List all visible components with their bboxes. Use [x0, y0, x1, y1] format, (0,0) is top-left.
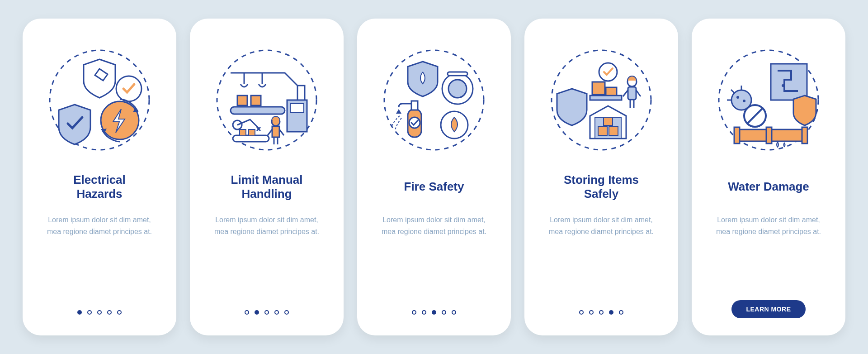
onboarding-card-fire: Fire Safety Lorem ipsum dolor sit dim am…	[357, 19, 511, 335]
dot-1[interactable]	[77, 310, 82, 315]
pagination-dots	[524, 310, 678, 315]
svg-rect-34	[590, 96, 622, 100]
card-title: Fire Safety	[404, 172, 464, 201]
dot-4[interactable]	[442, 310, 446, 315]
svg-rect-42	[598, 126, 607, 135]
svg-line-37	[623, 90, 628, 96]
dot-3[interactable]	[599, 310, 604, 315]
svg-rect-11	[290, 104, 304, 113]
dot-1[interactable]	[245, 310, 249, 315]
dot-5[interactable]	[452, 310, 456, 315]
svg-rect-28	[411, 101, 418, 110]
svg-rect-21	[249, 129, 255, 136]
dot-3[interactable]	[264, 310, 269, 315]
onboarding-card-manual: Limit Manual Handling Lorem ipsum dolor …	[190, 19, 344, 335]
fire-safety-icon	[380, 46, 488, 154]
dot-2[interactable]	[87, 310, 92, 315]
dot-4[interactable]	[274, 310, 279, 315]
card-body: Lorem ipsum dolor sit dim amet, mea regi…	[542, 214, 660, 237]
svg-rect-9	[231, 107, 285, 114]
storing-items-safely-icon	[547, 46, 656, 154]
dot-5[interactable]	[284, 310, 289, 315]
svg-rect-20	[240, 129, 246, 136]
dot-2[interactable]	[422, 310, 426, 315]
svg-rect-36	[628, 87, 636, 100]
onboarding-card-water: Water Damage Lorem ipsum dolor sit dim a…	[692, 19, 845, 335]
dot-1[interactable]	[579, 310, 584, 315]
dot-5[interactable]	[619, 310, 623, 315]
svg-rect-44	[604, 117, 613, 125]
svg-point-49	[736, 96, 739, 99]
onboarding-card-electrical: Electrical Hazards Lorem ipsum dolor sit…	[23, 19, 176, 335]
svg-rect-14	[272, 126, 279, 137]
onboarding-card-storing: Storing Items Safely Lorem ipsum dolor s…	[524, 19, 678, 335]
water-damage-icon	[714, 46, 823, 154]
svg-rect-25	[448, 72, 467, 76]
svg-rect-19	[233, 135, 269, 142]
svg-line-53	[731, 90, 735, 93]
learn-more-button[interactable]: LEARN MORE	[731, 300, 805, 318]
pagination-dots	[357, 310, 511, 315]
svg-rect-59	[766, 127, 772, 144]
dot-2[interactable]	[589, 310, 594, 315]
dot-3[interactable]	[97, 310, 102, 315]
dot-5[interactable]	[117, 310, 122, 315]
limit-manual-handling-icon	[212, 46, 321, 154]
svg-rect-58	[802, 127, 807, 144]
dot-2[interactable]	[255, 310, 259, 315]
electrical-hazards-icon	[45, 46, 154, 154]
card-title: Electrical Hazards	[73, 172, 126, 201]
dot-4[interactable]	[609, 310, 613, 315]
svg-point-50	[743, 100, 745, 102]
svg-rect-57	[734, 127, 740, 144]
card-body: Lorem ipsum dolor sit dim amet, mea regi…	[375, 214, 493, 237]
svg-point-24	[448, 80, 467, 98]
pagination-dots	[190, 310, 344, 315]
card-title: Limit Manual Handling	[231, 172, 303, 201]
card-title: Storing Items Safely	[564, 172, 639, 201]
svg-point-47	[782, 84, 784, 87]
card-body: Lorem ipsum dolor sit dim amet, mea regi…	[208, 214, 326, 237]
pagination-dots	[23, 310, 176, 315]
card-body: Lorem ipsum dolor sit dim amet, mea regi…	[710, 214, 827, 237]
svg-rect-46	[771, 64, 807, 100]
dot-4[interactable]	[107, 310, 112, 315]
card-body: Lorem ipsum dolor sit dim amet, mea regi…	[41, 214, 158, 237]
svg-rect-43	[609, 126, 618, 135]
dot-1[interactable]	[412, 310, 416, 315]
dot-3[interactable]	[432, 310, 436, 315]
svg-rect-7	[237, 96, 247, 105]
svg-rect-32	[592, 82, 605, 95]
card-title: Water Damage	[728, 172, 809, 201]
svg-rect-8	[251, 96, 261, 105]
